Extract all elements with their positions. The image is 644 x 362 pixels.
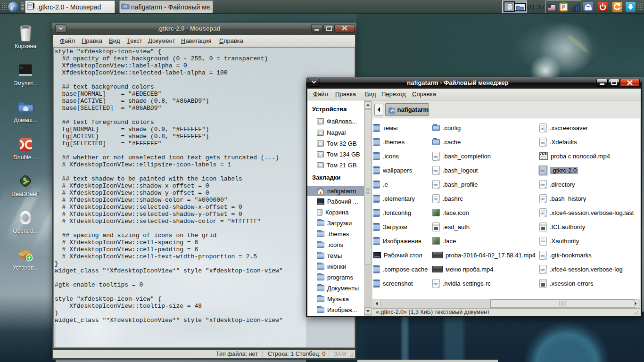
svg-text:P: P bbox=[562, 4, 565, 10]
svg-text:>_: >_ bbox=[20, 66, 25, 70]
